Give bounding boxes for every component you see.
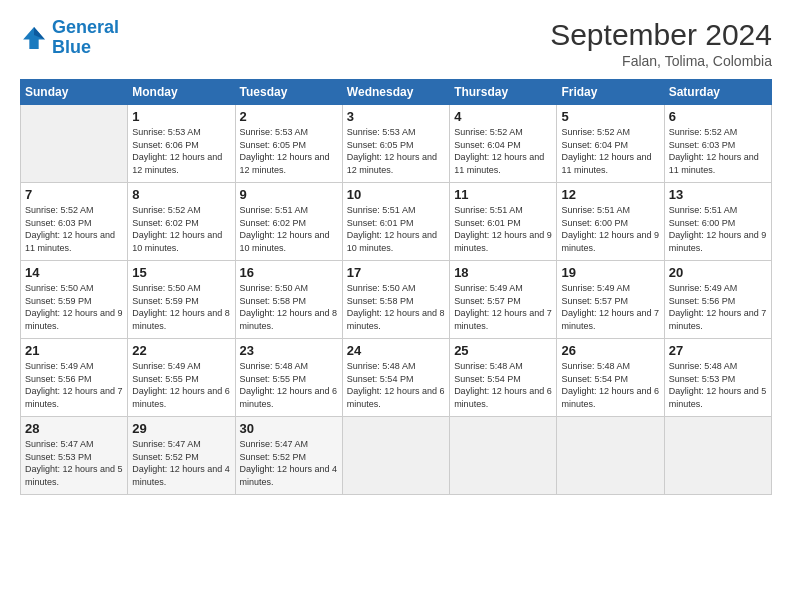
- sunrise-line: Sunrise: 5:53 AM: [347, 126, 445, 139]
- daylight-line: Daylight: 12 hours and 4 minutes.: [132, 463, 230, 488]
- cell-info: Sunrise: 5:52 AMSunset: 6:03 PMDaylight:…: [25, 204, 123, 254]
- sunset-line: Sunset: 6:05 PM: [347, 139, 445, 152]
- sunset-line: Sunset: 5:58 PM: [240, 295, 338, 308]
- header-friday: Friday: [557, 80, 664, 105]
- daylight-line: Daylight: 12 hours and 9 minutes.: [561, 229, 659, 254]
- sunset-line: Sunset: 5:53 PM: [25, 451, 123, 464]
- cell-info: Sunrise: 5:52 AMSunset: 6:04 PMDaylight:…: [454, 126, 552, 176]
- sunset-line: Sunset: 5:57 PM: [454, 295, 552, 308]
- daylight-line: Daylight: 12 hours and 6 minutes.: [132, 385, 230, 410]
- calendar-cell: 4Sunrise: 5:52 AMSunset: 6:04 PMDaylight…: [450, 105, 557, 183]
- sunrise-line: Sunrise: 5:53 AM: [240, 126, 338, 139]
- day-number: 1: [132, 109, 230, 124]
- sunset-line: Sunset: 6:05 PM: [240, 139, 338, 152]
- daylight-line: Daylight: 12 hours and 10 minutes.: [240, 229, 338, 254]
- calendar-cell: 29Sunrise: 5:47 AMSunset: 5:52 PMDayligh…: [128, 417, 235, 495]
- calendar-table: Sunday Monday Tuesday Wednesday Thursday…: [20, 79, 772, 495]
- calendar-cell: 20Sunrise: 5:49 AMSunset: 5:56 PMDayligh…: [664, 261, 771, 339]
- cell-info: Sunrise: 5:48 AMSunset: 5:53 PMDaylight:…: [669, 360, 767, 410]
- sunset-line: Sunset: 6:02 PM: [240, 217, 338, 230]
- day-number: 16: [240, 265, 338, 280]
- calendar-cell: 8Sunrise: 5:52 AMSunset: 6:02 PMDaylight…: [128, 183, 235, 261]
- sunrise-line: Sunrise: 5:50 AM: [25, 282, 123, 295]
- logo-text: General Blue: [52, 18, 119, 58]
- day-number: 19: [561, 265, 659, 280]
- cell-info: Sunrise: 5:49 AMSunset: 5:55 PMDaylight:…: [132, 360, 230, 410]
- sunset-line: Sunset: 5:54 PM: [561, 373, 659, 386]
- daylight-line: Daylight: 12 hours and 10 minutes.: [132, 229, 230, 254]
- cell-info: Sunrise: 5:51 AMSunset: 6:01 PMDaylight:…: [454, 204, 552, 254]
- calendar-cell: [21, 105, 128, 183]
- calendar-header-row: Sunday Monday Tuesday Wednesday Thursday…: [21, 80, 772, 105]
- sunrise-line: Sunrise: 5:47 AM: [240, 438, 338, 451]
- day-number: 8: [132, 187, 230, 202]
- daylight-line: Daylight: 12 hours and 4 minutes.: [240, 463, 338, 488]
- logo-icon: [20, 24, 48, 52]
- sunset-line: Sunset: 6:06 PM: [132, 139, 230, 152]
- cell-info: Sunrise: 5:49 AMSunset: 5:56 PMDaylight:…: [25, 360, 123, 410]
- day-number: 9: [240, 187, 338, 202]
- daylight-line: Daylight: 12 hours and 12 minutes.: [132, 151, 230, 176]
- calendar-week-0: 1Sunrise: 5:53 AMSunset: 6:06 PMDaylight…: [21, 105, 772, 183]
- day-number: 29: [132, 421, 230, 436]
- cell-info: Sunrise: 5:53 AMSunset: 6:05 PMDaylight:…: [347, 126, 445, 176]
- logo: General Blue: [20, 18, 119, 58]
- sunrise-line: Sunrise: 5:52 AM: [25, 204, 123, 217]
- calendar-cell: 7Sunrise: 5:52 AMSunset: 6:03 PMDaylight…: [21, 183, 128, 261]
- day-number: 2: [240, 109, 338, 124]
- day-number: 3: [347, 109, 445, 124]
- calendar-cell: 25Sunrise: 5:48 AMSunset: 5:54 PMDayligh…: [450, 339, 557, 417]
- cell-info: Sunrise: 5:48 AMSunset: 5:54 PMDaylight:…: [454, 360, 552, 410]
- calendar-cell: 22Sunrise: 5:49 AMSunset: 5:55 PMDayligh…: [128, 339, 235, 417]
- day-number: 13: [669, 187, 767, 202]
- sunrise-line: Sunrise: 5:50 AM: [347, 282, 445, 295]
- daylight-line: Daylight: 12 hours and 5 minutes.: [669, 385, 767, 410]
- daylight-line: Daylight: 12 hours and 6 minutes.: [240, 385, 338, 410]
- cell-info: Sunrise: 5:48 AMSunset: 5:54 PMDaylight:…: [347, 360, 445, 410]
- calendar-week-1: 7Sunrise: 5:52 AMSunset: 6:03 PMDaylight…: [21, 183, 772, 261]
- sunrise-line: Sunrise: 5:51 AM: [669, 204, 767, 217]
- day-number: 28: [25, 421, 123, 436]
- title-block: September 2024 Falan, Tolima, Colombia: [550, 18, 772, 69]
- sunrise-line: Sunrise: 5:51 AM: [347, 204, 445, 217]
- sunset-line: Sunset: 5:57 PM: [561, 295, 659, 308]
- calendar-week-3: 21Sunrise: 5:49 AMSunset: 5:56 PMDayligh…: [21, 339, 772, 417]
- cell-info: Sunrise: 5:50 AMSunset: 5:59 PMDaylight:…: [25, 282, 123, 332]
- sunset-line: Sunset: 5:54 PM: [347, 373, 445, 386]
- logo-line2: Blue: [52, 37, 91, 57]
- calendar-cell: 2Sunrise: 5:53 AMSunset: 6:05 PMDaylight…: [235, 105, 342, 183]
- sunrise-line: Sunrise: 5:49 AM: [25, 360, 123, 373]
- calendar-cell: [450, 417, 557, 495]
- cell-info: Sunrise: 5:49 AMSunset: 5:57 PMDaylight:…: [561, 282, 659, 332]
- daylight-line: Daylight: 12 hours and 6 minutes.: [454, 385, 552, 410]
- header-sunday: Sunday: [21, 80, 128, 105]
- cell-info: Sunrise: 5:48 AMSunset: 5:54 PMDaylight:…: [561, 360, 659, 410]
- cell-info: Sunrise: 5:52 AMSunset: 6:02 PMDaylight:…: [132, 204, 230, 254]
- day-number: 21: [25, 343, 123, 358]
- cell-info: Sunrise: 5:49 AMSunset: 5:57 PMDaylight:…: [454, 282, 552, 332]
- cell-info: Sunrise: 5:47 AMSunset: 5:52 PMDaylight:…: [240, 438, 338, 488]
- day-number: 5: [561, 109, 659, 124]
- cell-info: Sunrise: 5:50 AMSunset: 5:58 PMDaylight:…: [347, 282, 445, 332]
- calendar-cell: [557, 417, 664, 495]
- calendar-cell: 28Sunrise: 5:47 AMSunset: 5:53 PMDayligh…: [21, 417, 128, 495]
- logo-line1: General: [52, 17, 119, 37]
- sunset-line: Sunset: 5:55 PM: [132, 373, 230, 386]
- header-wednesday: Wednesday: [342, 80, 449, 105]
- sunset-line: Sunset: 5:58 PM: [347, 295, 445, 308]
- header-tuesday: Tuesday: [235, 80, 342, 105]
- daylight-line: Daylight: 12 hours and 8 minutes.: [347, 307, 445, 332]
- sunset-line: Sunset: 5:56 PM: [25, 373, 123, 386]
- calendar-cell: 10Sunrise: 5:51 AMSunset: 6:01 PMDayligh…: [342, 183, 449, 261]
- calendar-week-2: 14Sunrise: 5:50 AMSunset: 5:59 PMDayligh…: [21, 261, 772, 339]
- sunrise-line: Sunrise: 5:49 AM: [132, 360, 230, 373]
- day-number: 17: [347, 265, 445, 280]
- sunrise-line: Sunrise: 5:47 AM: [25, 438, 123, 451]
- day-number: 7: [25, 187, 123, 202]
- cell-info: Sunrise: 5:51 AMSunset: 6:01 PMDaylight:…: [347, 204, 445, 254]
- daylight-line: Daylight: 12 hours and 8 minutes.: [240, 307, 338, 332]
- sunrise-line: Sunrise: 5:52 AM: [561, 126, 659, 139]
- calendar-cell: 11Sunrise: 5:51 AMSunset: 6:01 PMDayligh…: [450, 183, 557, 261]
- daylight-line: Daylight: 12 hours and 11 minutes.: [25, 229, 123, 254]
- calendar-cell: 13Sunrise: 5:51 AMSunset: 6:00 PMDayligh…: [664, 183, 771, 261]
